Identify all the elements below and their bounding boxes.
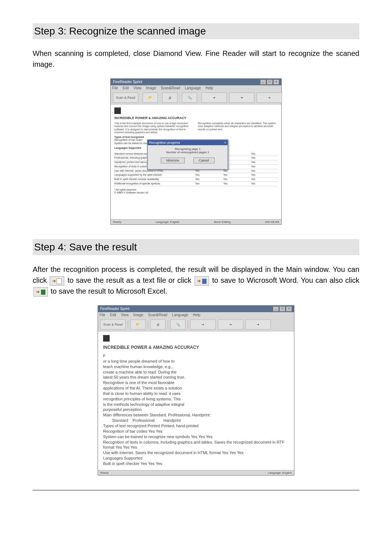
- menu-file[interactable]: File: [112, 86, 118, 90]
- result-row: Types of text recognized Printed Printed…: [103, 423, 289, 429]
- screenshot-result: FineReader Sprint _ □ × File Edit View I…: [98, 305, 294, 476]
- result-line: that is close to human ability to read: …: [103, 391, 289, 396]
- menu-help[interactable]: Help: [193, 313, 200, 317]
- step3-paragraph: When scanning is completed, close Diamon…: [33, 48, 359, 70]
- result-heading: INCREDIBLE POWER & AMAZING ACCURACY: [103, 344, 289, 350]
- save-text-icon: ➜: [50, 276, 64, 286]
- menu-language[interactable]: Language: [185, 86, 201, 90]
- toolbar-save-excel-button[interactable]: ➜: [257, 93, 282, 103]
- window-close-button[interactable]: ×: [286, 306, 292, 311]
- table-cell: Yes: [194, 182, 222, 185]
- toolbar-save-word-button[interactable]: ➜: [218, 319, 243, 330]
- menu-view[interactable]: View: [121, 313, 129, 317]
- result-line: Main differences between Standard, Profe…: [103, 412, 289, 418]
- table-cell: Additional recognition of special symbol…: [114, 182, 194, 185]
- menu-view[interactable]: View: [134, 86, 142, 90]
- toolbar: Scan & Read 📂 🖨 🔍 ➜ ➜ ➜: [111, 91, 281, 105]
- result-line: is the methods technology of adaptive in…: [103, 402, 289, 407]
- dialog-close-button[interactable]: ×: [224, 141, 226, 144]
- doc-section: Types of text recognized: [114, 136, 278, 139]
- menu-edit[interactable]: Edit: [123, 86, 129, 90]
- step4-paragraph: After the recognition process is complet…: [33, 264, 359, 297]
- result-row: Languages Supported: [103, 456, 289, 461]
- result-row: Recognition of bar codes Yes Yes: [103, 429, 289, 434]
- table-cell: Yes: [250, 161, 278, 164]
- result-row: Use with Internet. Saves the recognized …: [103, 450, 289, 456]
- table-cell: Yes: [250, 165, 278, 168]
- toolbar-save-word-button[interactable]: ➜: [229, 93, 254, 103]
- result-line: teach machine human knowledge, e.g.,: [103, 364, 289, 370]
- doc-footnote2: © ABBYY Software House Ltd: [114, 191, 278, 195]
- menubar: File Edit View Image Scan&Read Language …: [111, 85, 281, 91]
- save-word-icon: ➜: [195, 276, 209, 286]
- result-line: recognition principles of living systems…: [103, 396, 289, 402]
- table-cell: Yes: [222, 174, 250, 177]
- table-cell: Yes: [194, 178, 222, 181]
- toolbar-read-button[interactable]: 🔍: [182, 93, 197, 103]
- p4-span-d: to save the result to Microsoft Excel.: [51, 287, 167, 295]
- finereader-logo-icon: [114, 107, 121, 114]
- table-cell: Yes: [250, 156, 278, 160]
- toolbar-save-text-button[interactable]: ➜: [190, 319, 216, 330]
- menu-language[interactable]: Language: [172, 313, 188, 317]
- toolbar-print-button[interactable]: 🖨: [162, 93, 177, 103]
- screenshot-recognition: FineReader Sprint _ □ × File Edit View I…: [110, 78, 282, 225]
- window-close-button[interactable]: ×: [273, 79, 279, 85]
- step4-heading: Step 4: Save the result: [33, 239, 359, 255]
- toolbar-open-button[interactable]: 📂: [143, 93, 158, 103]
- toolbar-scanread-button[interactable]: Scan & Read: [100, 319, 126, 330]
- menu-image[interactable]: Image: [146, 86, 156, 90]
- toolbar-read-button[interactable]: 🔍: [170, 319, 185, 330]
- toolbar-save-excel-button[interactable]: ➜: [245, 319, 271, 330]
- finereader-logo-icon: [103, 335, 110, 342]
- result-line: latest 50 years this dream started comin…: [103, 375, 289, 380]
- menu-file[interactable]: File: [99, 313, 105, 317]
- menu-edit[interactable]: Edit: [110, 313, 116, 317]
- toolbar-scanread-button[interactable]: Scan & Read: [113, 93, 138, 103]
- page-footer-rule: [33, 490, 359, 490]
- toolbar-sep: [168, 321, 168, 328]
- step3-heading: Step 3: Recognize the scanned image: [33, 23, 359, 39]
- menu-help[interactable]: Help: [205, 86, 213, 90]
- status-language: Language: English: [156, 220, 180, 224]
- dialog-line2: Number of unrecognized pages 1: [151, 151, 225, 154]
- window-titlebar: FineReader Sprint _ □ ×: [111, 79, 281, 85]
- table-cell: Yes: [250, 170, 278, 173]
- result-line: Recognition is one of the most favorable: [103, 380, 289, 385]
- result-line: or a long time people dreamed of how to: [103, 359, 289, 364]
- table-cell: Languages supported by the spell checker: [114, 174, 194, 177]
- menu-image[interactable]: Image: [133, 313, 143, 317]
- result-row: System can be trained to recognize new s…: [103, 434, 289, 440]
- result-line: create a machine able to read. During th…: [103, 370, 289, 375]
- status-ready: Ready: [113, 220, 121, 224]
- toolbar-save-text-button[interactable]: ➜: [201, 93, 227, 103]
- toolbar-print-button[interactable]: 🖨: [150, 319, 166, 330]
- toolbar-sep: [148, 321, 148, 328]
- table-cell: Yes: [250, 174, 278, 177]
- p4-span-b: to save the result as a text file or cli…: [68, 276, 194, 284]
- menu-scanread[interactable]: Scan&Read: [161, 86, 180, 90]
- window-min-button[interactable]: _: [260, 79, 266, 85]
- dialog-minimize-button[interactable]: Minimize: [161, 158, 185, 163]
- recognition-progress-dialog: Recognition progress × Recognizing page …: [147, 139, 228, 170]
- result-f: F: [103, 353, 289, 359]
- toolbar-sep: [128, 321, 128, 328]
- status-mem: 246 KB left: [265, 220, 279, 224]
- table-cell: Yes: [222, 182, 250, 185]
- doc-footnote1: * All rights reserved: [114, 188, 278, 192]
- save-excel-icon: ➜: [33, 287, 48, 297]
- doc-col1: This is the first example document of ho…: [114, 122, 194, 134]
- dialog-cancel-button[interactable]: Cancel: [193, 158, 215, 163]
- window-max-button[interactable]: □: [279, 306, 285, 311]
- doc-heading: INCREDIBLE POWER & AMAZING ACCURACY: [114, 116, 278, 120]
- table-cell: Built in spell checker module availabili…: [114, 178, 194, 181]
- window-min-button[interactable]: _: [273, 306, 279, 311]
- result-line: purposeful perception.: [103, 407, 289, 412]
- p4-span-c: to save to Wicrosoft Word. You can also …: [212, 276, 359, 284]
- table-cell: Yes: [250, 152, 278, 156]
- window-max-button[interactable]: □: [267, 79, 273, 85]
- statusbar: Ready Language: English: [98, 470, 294, 475]
- toolbar-open-button[interactable]: 📂: [130, 319, 146, 330]
- menu-scanread[interactable]: Scan&Read: [148, 313, 167, 317]
- status-blockedit: Block Editing: [214, 220, 230, 224]
